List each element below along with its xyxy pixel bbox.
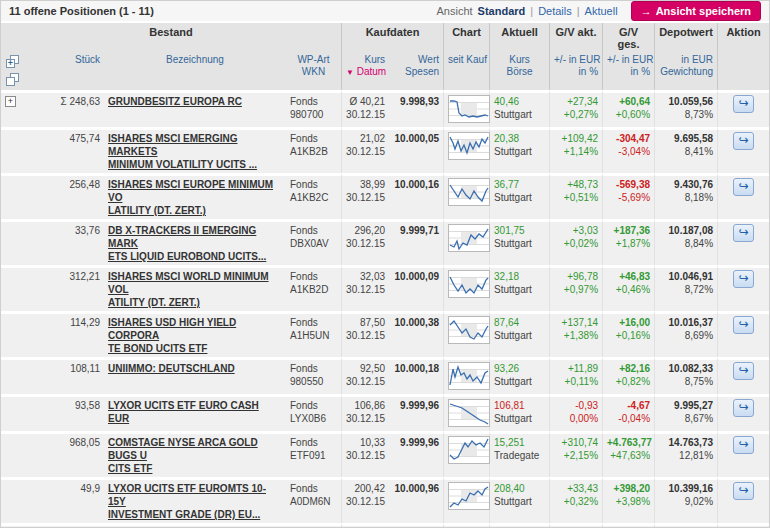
depotwert-cell: 10.399,169,02%	[654, 477, 717, 523]
col-depotwert[interactable]: in EURGewichtung	[654, 52, 717, 90]
col-aktuell[interactable]: KursBörse	[489, 52, 549, 90]
col-kurs-datum[interactable]: Kurs▼ Datum	[341, 52, 389, 90]
depotwert-cell: 9.995,278,67%	[654, 394, 717, 431]
sparkline-chart[interactable]	[448, 399, 490, 427]
kaufkurs-datum-cell: 38,9930.12.15	[341, 173, 389, 219]
order-action-button[interactable]: ↪	[733, 224, 754, 242]
sparkline-chart[interactable]	[448, 178, 490, 206]
position-name-link[interactable]: DB X-TRACKERS II EMERGING MARKETS LIQUID…	[108, 224, 282, 263]
position-name-cell: GRUNDBESITZ EUROPA RC	[104, 90, 286, 127]
gv-ges-cell: -304,47-3,04%	[602, 127, 654, 173]
wpart-wkn-cell: FondsA1KB2B	[286, 127, 341, 173]
expand-cell	[1, 265, 31, 311]
colgroup-kaufdaten: Kaufdaten	[341, 23, 443, 52]
order-action-button[interactable]: ↪	[733, 482, 754, 500]
kaufkurs-datum-cell: 296,2030.12.15	[341, 219, 389, 265]
col-stueck[interactable]: Stück	[31, 52, 104, 90]
position-name-link[interactable]: COMSTAGE NYSE ARCA GOLD BUGS UCITS ETF	[108, 436, 282, 475]
sparkline-chart[interactable]	[448, 316, 490, 344]
col-wpart-wkn[interactable]: WP-ArtWKN	[286, 52, 341, 90]
col-wert-spesen[interactable]: WertSpesen	[389, 52, 443, 90]
position-name-link[interactable]: LYXOR UCITS ETF EUROMTS 10-15YINVESTMENT…	[108, 482, 282, 521]
position-name-cell: UNIIMMO: DEUTSCHLAND	[104, 357, 286, 394]
position-name-cell: ISHARES USD HIGH YIELD CORPORATE BOND UC…	[104, 311, 286, 357]
order-action-button[interactable]: ↪	[733, 178, 754, 196]
wpart-wkn-cell: FondsLYX0B6	[286, 394, 341, 431]
expand-cell: +	[1, 90, 31, 127]
expand-cell	[1, 173, 31, 219]
sparkline-chart[interactable]	[448, 482, 490, 510]
expand-row-icon[interactable]: +	[5, 96, 16, 107]
wert-cell: 10.000,09	[389, 265, 443, 311]
order-action-button[interactable]: ↪	[733, 399, 754, 417]
sparkline-chart[interactable]	[448, 95, 490, 123]
aktion-cell: ↪	[717, 477, 769, 523]
position-name-link[interactable]: ISHARES MSCI WORLD MINIMUM VOLATILITY (D…	[108, 270, 282, 309]
depotwert-cell: 9.430,768,18%	[654, 173, 717, 219]
col-bezeichnung[interactable]: Bezeichnung	[104, 52, 286, 90]
stueck-value: 475,74	[31, 127, 104, 173]
collapse-all-icon[interactable]	[6, 77, 15, 86]
order-action-button[interactable]: ↪	[733, 362, 754, 380]
position-name-cell: LYXOR UCITS ETF EUROMTS 10-15YINVESTMENT…	[104, 477, 286, 523]
kaufkurs-datum-cell: 21,0230.12.15	[341, 127, 389, 173]
position-name-link[interactable]: UNIIMMO: DEUTSCHLAND	[108, 362, 282, 375]
position-name-link[interactable]: ISHARES MSCI EMERGING MARKETSMINIMUM VOL…	[108, 132, 282, 171]
gv-akt-cell: +3,03+0,02%	[549, 219, 602, 265]
gv-akt-cell: -0,930,00%	[549, 394, 602, 431]
depotwert-cell: 10.016,378,69%	[654, 311, 717, 357]
wpart-wkn-cell: FondsA0DM6N	[286, 477, 341, 523]
position-name-link[interactable]: GRUNDBESITZ EUROPA RC	[108, 95, 282, 108]
aktion-cell: ↪	[717, 219, 769, 265]
gv-ges-cell: +531,90+5,31%	[602, 523, 654, 528]
expand-collapse-all: +	[1, 52, 31, 90]
save-view-button[interactable]: →Ansicht speichern	[631, 1, 761, 21]
kaufkurs-datum-cell: 92,5030.12.15	[341, 357, 389, 394]
gv-ges-cell: +187,36+1,87%	[602, 219, 654, 265]
order-action-button[interactable]: ↪	[733, 132, 754, 150]
aktuell-kurs-cell: 87,64Stuttgart	[489, 311, 549, 357]
aktuell-kurs-cell: 40,46Stuttgart	[489, 90, 549, 127]
aktuell-kurs-cell: 36,77Stuttgart	[489, 173, 549, 219]
gv-akt-cell: +27,34+0,27%	[549, 90, 602, 127]
view-tab-standard[interactable]: Standard	[478, 5, 526, 17]
gv-ges-cell: +4.763,77+47,63%	[602, 431, 654, 477]
position-name-link[interactable]: ISHARES USD HIGH YIELD CORPORATE BOND UC…	[108, 316, 282, 355]
order-action-button[interactable]: ↪	[733, 316, 754, 334]
gv-ges-cell: +398,20+3,98%	[602, 477, 654, 523]
expand-all-icon[interactable]: +	[6, 59, 15, 68]
aktion-cell: ↪	[717, 90, 769, 127]
stueck-value: 80,91	[31, 523, 104, 528]
depotwert-cell: 10.531,429,14%	[654, 523, 717, 528]
aktuell-kurs-cell: 141,55Xetra	[489, 523, 549, 528]
expand-cell	[1, 219, 31, 265]
col-gv-ges[interactable]: +/- in EURin %	[602, 52, 654, 90]
depotwert-cell: 10.046,918,72%	[654, 265, 717, 311]
sparkline-chart[interactable]	[448, 270, 490, 298]
view-tab-aktuell[interactable]: Aktuell	[585, 5, 618, 17]
table-row: 968,05COMSTAGE NYSE ARCA GOLD BUGS UCITS…	[1, 431, 769, 477]
page-title: 11 offene Positionen (1 - 11)	[9, 5, 154, 17]
expand-cell	[1, 431, 31, 477]
wpart-wkn-cell: FondsA1KB2C	[286, 173, 341, 219]
position-name-link[interactable]: LYXOR UCITS ETF EURO CASH EUR	[108, 399, 282, 425]
colgroup-gv-ges: G/V ges.	[602, 23, 654, 52]
depotwert-cell: 9.695,588,41%	[654, 127, 717, 173]
order-action-button[interactable]: ↪	[733, 95, 754, 113]
sparkline-chart[interactable]	[448, 436, 490, 464]
table-row: 312,21ISHARES MSCI WORLD MINIMUM VOLATIL…	[1, 265, 769, 311]
sparkline-chart[interactable]	[448, 132, 490, 160]
position-name-link[interactable]: ISHARES MSCI EUROPE MINIMUM VOLATILITY (…	[108, 178, 282, 217]
order-action-button[interactable]: ↪	[733, 270, 754, 288]
col-gv-akt[interactable]: +/- in EURin %	[549, 52, 602, 90]
wert-cell: 10.923,66	[389, 523, 443, 528]
table-row: 256,48ISHARES MSCI EUROPE MINIMUM VOLATI…	[1, 173, 769, 219]
gv-akt-cell: +48,73+0,51%	[549, 173, 602, 219]
table-row: 475,74ISHARES MSCI EMERGING MARKETSMINIM…	[1, 127, 769, 173]
table-row: 114,29ISHARES USD HIGH YIELD CORPORATE B…	[1, 311, 769, 357]
sparkline-chart[interactable]	[448, 224, 490, 252]
order-action-button[interactable]: ↪	[733, 436, 754, 454]
sparkline-chart[interactable]	[448, 362, 490, 390]
view-tab-details[interactable]: Details	[538, 5, 572, 17]
kaufkurs-datum-cell: 135,0130.12.15	[341, 523, 389, 528]
